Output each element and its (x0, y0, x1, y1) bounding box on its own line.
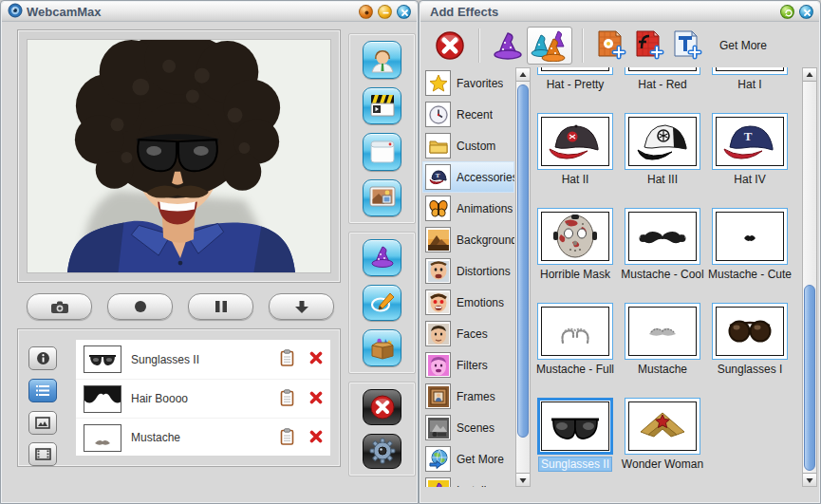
category-accessories[interactable]: T Accessories (422, 161, 514, 193)
effect-mustache[interactable]: Mustache (625, 303, 700, 376)
settings-button[interactable] (363, 434, 401, 470)
scroll-up-button[interactable] (516, 68, 530, 82)
install-hat-icon (425, 477, 451, 487)
exit-button[interactable] (363, 389, 401, 425)
webcam-source-button[interactable] (363, 41, 401, 79)
filmstrip-view-button[interactable] (28, 442, 57, 466)
selected-effect-label: Sunglasses II (539, 457, 611, 471)
save-button[interactable] (269, 293, 334, 320)
category-favorites[interactable]: Favorites (422, 67, 514, 99)
effects-button[interactable] (363, 239, 401, 276)
effect-sunglasses-1[interactable]: Sunglasses I (712, 303, 788, 376)
webcammax-titlebar[interactable]: WebcamMax (2, 2, 417, 22)
hair-thumb (84, 385, 121, 413)
doodle-button[interactable] (363, 285, 401, 322)
list-icon (35, 384, 50, 397)
effects-package-button[interactable] (363, 329, 401, 366)
list-item[interactable]: Sunglasses II (76, 340, 330, 379)
add-effects-titlebar[interactable]: Add Effects (420, 2, 819, 22)
add-effects-window: Add Effects Get More Favorites (419, 0, 821, 504)
hat-red-thumb (628, 67, 697, 71)
scroll-down-button[interactable] (803, 473, 816, 486)
wizard-hat-icon (491, 30, 525, 61)
svg-text:T: T (744, 129, 753, 143)
category-frames[interactable]: Frames (422, 381, 514, 412)
close-panel-button[interactable] (799, 5, 813, 19)
record-icon (134, 300, 147, 313)
category-faces[interactable]: Faces (422, 318, 514, 349)
list-view-button[interactable] (28, 379, 57, 402)
effect-mustache-full[interactable]: Mustache - Full (537, 303, 613, 376)
add-flash-button[interactable] (630, 27, 668, 65)
category-distortions[interactable]: Distortions (422, 255, 514, 287)
effect-horrible-mask[interactable]: Horrible Mask (537, 208, 613, 281)
category-emotions[interactable]: Emotions (422, 287, 514, 318)
category-animations[interactable]: Animations (422, 193, 514, 224)
butterfly-icon (425, 196, 451, 221)
picture-in-picture-button[interactable] (363, 179, 401, 217)
list-item[interactable]: Mustache (76, 418, 330, 456)
effect-hat-2[interactable]: Hat II (537, 113, 613, 186)
mustache-full-thumb (541, 307, 609, 356)
clipboard-icon[interactable] (280, 389, 294, 409)
thumbnail-view-button[interactable] (28, 411, 57, 435)
category-filters[interactable]: Filters (422, 349, 514, 381)
sunglasses-2-thumb (541, 401, 609, 451)
category-scenes[interactable]: Scenes (422, 412, 514, 443)
effect-hat-red[interactable]: Hat - Red (625, 67, 700, 91)
record-button[interactable] (107, 293, 173, 320)
window-mode-button[interactable] (363, 133, 401, 171)
minimize-button[interactable] (378, 5, 392, 19)
emotion-face-icon (425, 289, 451, 315)
effect-hat-4[interactable]: T Hat IV (712, 113, 788, 186)
scrollbar-thumb[interactable] (804, 285, 815, 471)
category-install[interactable]: Install (422, 475, 514, 487)
clock-icon (425, 102, 451, 127)
effect-hat-pretty[interactable]: Hat - Pretty (537, 67, 613, 91)
multi-effect-tab[interactable] (527, 27, 572, 65)
pause-button[interactable] (188, 293, 253, 320)
add-text-button[interactable] (668, 27, 706, 65)
remove-effect-button[interactable] (309, 430, 323, 446)
scrollbar-thumb[interactable] (517, 84, 529, 438)
film-icon (35, 448, 51, 460)
category-recent[interactable]: Recent (422, 99, 514, 130)
clear-effects-button[interactable] (431, 27, 469, 65)
window-icon (369, 140, 396, 164)
add-picture-button[interactable] (592, 27, 630, 65)
close-button[interactable] (397, 5, 411, 19)
grid-scrollbar[interactable] (802, 67, 817, 487)
pin-button[interactable] (359, 5, 373, 19)
category-backgrounds[interactable]: Backgrounds (422, 224, 514, 255)
info-view-button[interactable] (28, 346, 57, 370)
remove-effect-button[interactable] (309, 351, 323, 367)
effect-mustache-cute[interactable]: Mustache - Cute (712, 208, 788, 281)
effect-mustache-cool[interactable]: Mustache - Cool (625, 208, 700, 281)
category-custom[interactable]: Custom (422, 130, 514, 161)
category-scrollbar[interactable] (515, 67, 531, 487)
video-source-button[interactable] (363, 87, 401, 125)
scroll-down-button[interactable] (516, 473, 530, 486)
effect-hat-3[interactable]: Hat III (625, 113, 700, 186)
refresh-button[interactable] (780, 5, 794, 19)
effects-toolbar: Get More (423, 25, 816, 66)
effects-grid: Hat - Pretty Hat - Red Hat I Hat II (533, 67, 799, 487)
effect-wonder-woman[interactable]: Wonder Woman (625, 398, 700, 471)
effect-hat-1[interactable]: Hat I (712, 67, 788, 91)
effect-sunglasses-2[interactable]: Sunglasses II (537, 398, 613, 471)
filtered-face-icon (425, 352, 451, 378)
single-effect-tab[interactable] (489, 27, 527, 65)
svg-text:T: T (435, 172, 439, 179)
scroll-up-button[interactable] (803, 68, 816, 82)
list-item[interactable]: Hair Boooo (76, 379, 330, 418)
category-get-more[interactable]: Get More (422, 443, 514, 475)
delete-x-icon (309, 391, 323, 404)
delete-x-icon (309, 351, 323, 364)
remove-effect-button[interactable] (309, 391, 323, 407)
hat-1-thumb (716, 67, 784, 71)
source-button-group (348, 33, 416, 224)
effect-name: Hair Boooo (131, 392, 276, 405)
clipboard-icon[interactable] (280, 428, 294, 448)
snapshot-button[interactable] (27, 293, 92, 320)
clipboard-icon[interactable] (280, 349, 294, 369)
